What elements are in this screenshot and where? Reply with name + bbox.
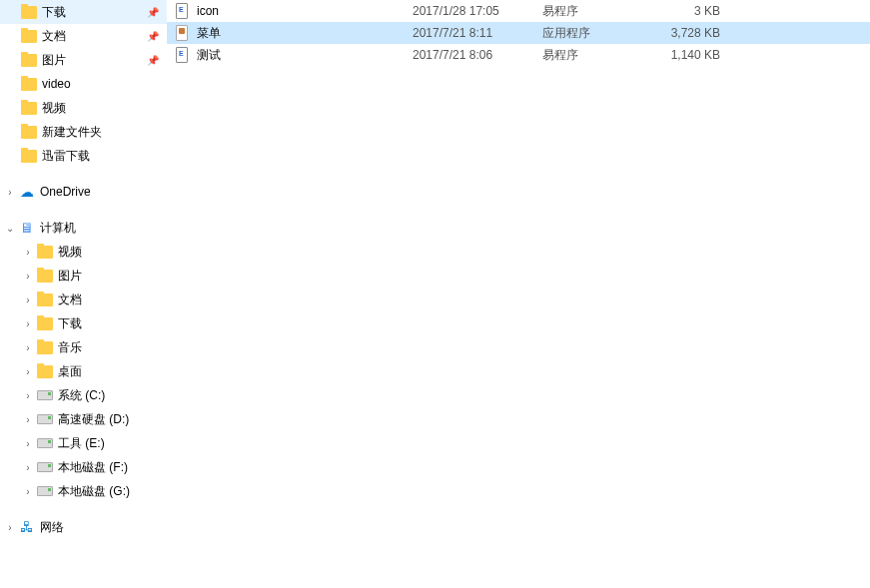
- file-icon: [173, 2, 191, 20]
- folder-icon: [20, 147, 38, 165]
- file-size: 1,140 KB: [652, 48, 732, 62]
- tree-item-comp-desktop[interactable]: › 桌面: [0, 359, 167, 383]
- chevron-right-icon[interactable]: ›: [20, 339, 36, 355]
- tree-item-onedrive[interactable]: › ☁ OneDrive: [0, 180, 167, 204]
- file-row[interactable]: 菜单 2017/7/21 8:11 应用程序 3,728 KB: [167, 22, 870, 44]
- file-row[interactable]: icon 2017/1/28 17:05 易程序 3 KB: [167, 0, 870, 22]
- tree-spacer: [0, 168, 167, 180]
- tree-item-drive-g[interactable]: › 本地磁盘 (G:): [0, 479, 167, 503]
- pin-icon: 📌: [145, 4, 161, 20]
- file-date: 2017/7/21 8:06: [413, 48, 542, 62]
- tree-label: 文档: [42, 28, 66, 45]
- tree-label: 高速硬盘 (D:): [58, 411, 129, 428]
- drive-icon: [36, 458, 54, 476]
- chevron-right-icon[interactable]: ›: [20, 292, 36, 307]
- tree-item-comp-downloads[interactable]: › 下载: [0, 311, 167, 335]
- navigation-tree: 下载 📌 文档 📌 图片 📌 video 视频 新建文件夹 迅雷下载 › ☁ O…: [0, 0, 167, 588]
- tree-label: 系统 (C:): [58, 387, 105, 404]
- tree-label: OneDrive: [40, 185, 91, 199]
- file-name: 菜单: [197, 25, 221, 42]
- file-type: 应用程序: [542, 25, 652, 42]
- tree-spacer: [0, 204, 167, 216]
- tree-label: 迅雷下载: [42, 148, 90, 165]
- tree-label: 文档: [58, 292, 82, 308]
- folder-icon: [36, 291, 54, 308]
- tree-label: 视频: [42, 100, 66, 117]
- drive-icon: [36, 410, 54, 428]
- chevron-right-icon[interactable]: ›: [20, 459, 36, 475]
- chevron-right-icon[interactable]: ›: [2, 184, 18, 200]
- tree-label: 视频: [58, 244, 82, 261]
- file-list[interactable]: icon 2017/1/28 17:05 易程序 3 KB 菜单 2017/7/…: [167, 0, 870, 588]
- tree-item-downloads[interactable]: 下载 📌: [0, 0, 167, 24]
- tree-item-drive-d[interactable]: › 高速硬盘 (D:): [0, 407, 167, 431]
- computer-icon: 🖥: [18, 219, 36, 237]
- folder-icon: [36, 243, 54, 261]
- chevron-right-icon[interactable]: ›: [20, 244, 36, 260]
- file-date: 2017/7/21 8:11: [413, 26, 542, 40]
- tree-item-comp-pictures[interactable]: › 图片: [0, 264, 167, 288]
- folder-icon: [20, 51, 38, 69]
- tree-item-xunlei[interactable]: 迅雷下载: [0, 144, 167, 168]
- tree-spacer: [0, 503, 167, 515]
- tree-label: 下载: [58, 315, 82, 332]
- tree-label: video: [42, 77, 71, 91]
- tree-label: 图片: [58, 268, 82, 285]
- folder-icon: [36, 267, 54, 285]
- network-icon: 🖧: [18, 518, 36, 536]
- chevron-right-icon[interactable]: ›: [20, 268, 36, 284]
- tree-label: 下载: [42, 4, 66, 21]
- tree-item-drive-c[interactable]: › 系统 (C:): [0, 383, 167, 407]
- tree-label: 网络: [40, 519, 64, 536]
- folder-icon: [36, 338, 54, 356]
- tree-label: 图片: [42, 52, 66, 69]
- file-icon: [173, 46, 191, 64]
- tree-item-pictures[interactable]: 图片 📌: [0, 48, 167, 72]
- chevron-right-icon[interactable]: ›: [20, 411, 36, 427]
- onedrive-icon: ☁: [18, 183, 36, 201]
- folder-icon: [20, 27, 38, 45]
- tree-label: 本地磁盘 (G:): [58, 483, 130, 500]
- file-name: 测试: [197, 47, 221, 64]
- pin-icon: 📌: [145, 52, 161, 68]
- chevron-right-icon[interactable]: ›: [20, 435, 36, 451]
- tree-label: 本地磁盘 (F:): [58, 459, 128, 476]
- tree-item-videos-cn[interactable]: 视频: [0, 96, 167, 120]
- folder-icon: [36, 314, 54, 332]
- chevron-right-icon[interactable]: ›: [20, 363, 36, 379]
- tree-label: 桌面: [58, 363, 82, 380]
- chevron-down-icon[interactable]: ⌄: [2, 220, 18, 236]
- drive-icon: [36, 386, 54, 404]
- folder-icon: [20, 123, 38, 141]
- tree-item-comp-music[interactable]: › 音乐: [0, 335, 167, 359]
- tree-item-documents[interactable]: 文档 📌: [0, 24, 167, 48]
- folder-icon: [20, 3, 38, 21]
- file-name: icon: [197, 4, 219, 18]
- tree-label: 新建文件夹: [42, 124, 102, 141]
- file-size: 3,728 KB: [652, 26, 732, 40]
- tree-item-comp-videos[interactable]: › 视频: [0, 240, 167, 264]
- tree-item-comp-documents[interactable]: › 文档: [0, 288, 167, 311]
- file-date: 2017/1/28 17:05: [413, 4, 542, 18]
- chevron-right-icon[interactable]: ›: [20, 387, 36, 403]
- tree-item-drive-e[interactable]: › 工具 (E:): [0, 431, 167, 455]
- folder-icon: [20, 99, 38, 117]
- pin-icon: 📌: [145, 28, 161, 44]
- tree-item-computer[interactable]: ⌄ 🖥 计算机: [0, 216, 167, 240]
- file-type: 易程序: [542, 3, 652, 20]
- chevron-right-icon[interactable]: ›: [20, 315, 36, 331]
- chevron-right-icon[interactable]: ›: [20, 483, 36, 499]
- file-type: 易程序: [542, 47, 652, 64]
- file-size: 3 KB: [652, 4, 732, 18]
- chevron-right-icon[interactable]: ›: [2, 519, 18, 535]
- file-row[interactable]: 测试 2017/7/21 8:06 易程序 1,140 KB: [167, 44, 870, 66]
- drive-icon: [36, 482, 54, 500]
- folder-icon: [20, 75, 38, 93]
- drive-icon: [36, 434, 54, 452]
- application-icon: [173, 24, 191, 42]
- tree-item-newfolder[interactable]: 新建文件夹: [0, 120, 167, 144]
- tree-item-drive-f[interactable]: › 本地磁盘 (F:): [0, 455, 167, 479]
- tree-item-video[interactable]: video: [0, 72, 167, 96]
- tree-item-network[interactable]: › 🖧 网络: [0, 515, 167, 539]
- folder-icon: [36, 362, 54, 380]
